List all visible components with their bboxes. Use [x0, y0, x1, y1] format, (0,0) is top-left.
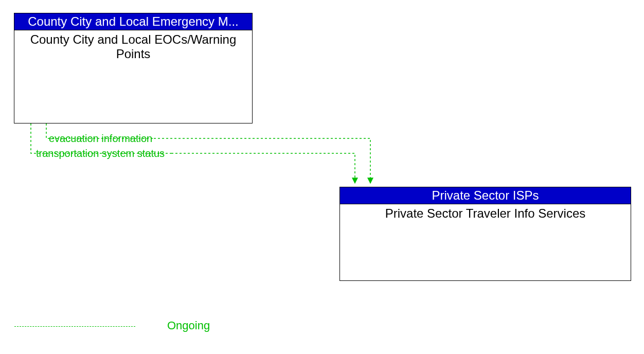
flow-label-evacuation: evacuation information: [49, 133, 152, 145]
node-private-isps-body: Private Sector Traveler Info Services: [340, 204, 631, 223]
node-county-eocs: County City and Local Emergency M... Cou…: [14, 13, 253, 123]
legend-label-ongoing: Ongoing: [167, 319, 210, 332]
legend-line-ongoing: [14, 326, 135, 327]
node-county-eocs-header: County City and Local Emergency M...: [14, 13, 252, 30]
node-county-eocs-body: County City and Local EOCs/Warning Point…: [14, 30, 252, 63]
node-private-isps-header: Private Sector ISPs: [340, 187, 631, 204]
node-private-isps: Private Sector ISPs Private Sector Trave…: [339, 187, 631, 281]
flow-label-transportation: transportation system status: [36, 148, 165, 160]
